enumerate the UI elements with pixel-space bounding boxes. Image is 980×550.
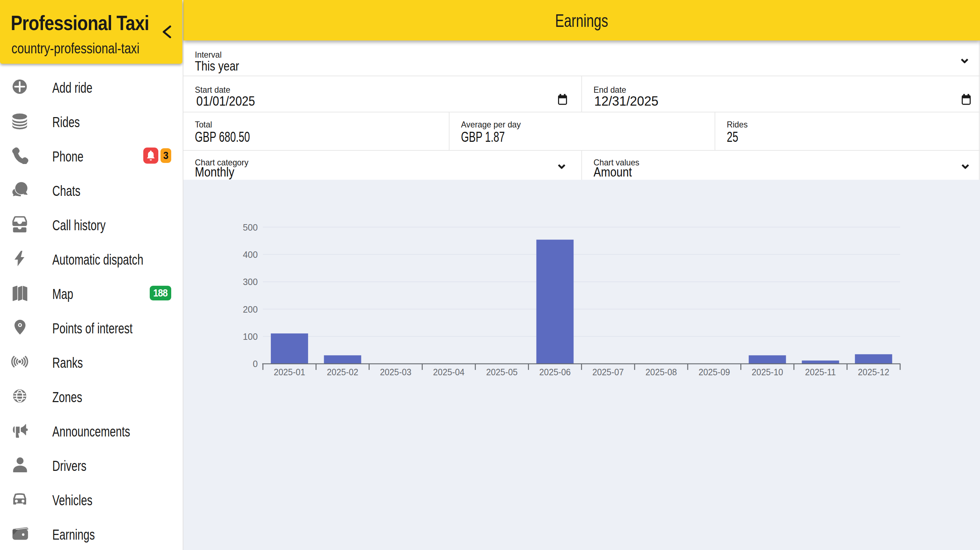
- svg-text:200: 200: [243, 304, 258, 315]
- svg-text:2025-04: 2025-04: [433, 367, 465, 377]
- svg-text:2025-05: 2025-05: [486, 367, 517, 377]
- svg-text:2025-03: 2025-03: [380, 367, 412, 377]
- svg-text:2025-10: 2025-10: [752, 367, 783, 377]
- svg-text:2025-07: 2025-07: [592, 367, 624, 377]
- svg-text:0: 0: [253, 359, 258, 369]
- svg-text:500: 500: [243, 222, 258, 232]
- svg-text:2025-09: 2025-09: [698, 367, 730, 377]
- svg-text:2025-02: 2025-02: [327, 367, 358, 377]
- svg-text:2025-06: 2025-06: [539, 367, 571, 377]
- svg-text:100: 100: [243, 331, 258, 342]
- svg-text:2025-01: 2025-01: [274, 367, 305, 377]
- svg-text:400: 400: [243, 249, 258, 260]
- svg-text:2025-08: 2025-08: [646, 367, 677, 377]
- svg-text:300: 300: [243, 277, 258, 287]
- svg-text:2025-11: 2025-11: [805, 367, 836, 377]
- svg-text:2025-12: 2025-12: [858, 367, 889, 377]
